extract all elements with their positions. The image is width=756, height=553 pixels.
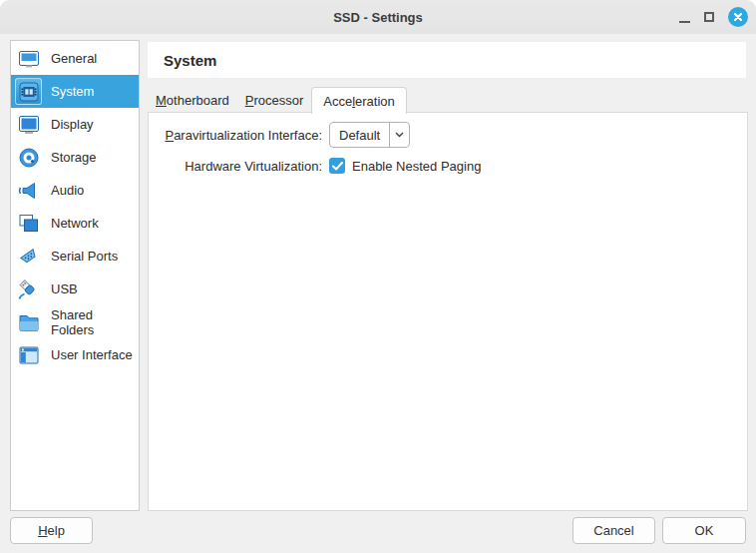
serial-ports-icon bbox=[15, 243, 42, 270]
paravirtualization-value: Default bbox=[330, 123, 389, 147]
sidebar-item-label: Network bbox=[51, 216, 99, 231]
tab-processor[interactable]: Processor bbox=[237, 87, 312, 113]
sidebar-item-label: Display bbox=[51, 117, 94, 132]
sidebar-item-network[interactable]: Network bbox=[11, 207, 139, 240]
usb-icon bbox=[15, 276, 42, 302]
system-icon bbox=[15, 78, 42, 105]
sidebar-item-label: General bbox=[51, 51, 97, 66]
paravirtualization-label: Paravirtualization Interface: bbox=[149, 128, 322, 143]
help-button[interactable]: Help bbox=[10, 517, 93, 544]
titlebar: SSD - Settings bbox=[0, 0, 756, 34]
audio-icon bbox=[15, 177, 42, 204]
sidebar-item-audio[interactable]: Audio bbox=[11, 174, 139, 207]
tab-acceleration[interactable]: Acceleration bbox=[311, 87, 407, 114]
sidebar-item-system[interactable]: System bbox=[11, 75, 139, 108]
sidebar-item-general[interactable]: General bbox=[11, 42, 139, 75]
sidebar-item-label: User Interface bbox=[51, 347, 133, 362]
cancel-button[interactable]: Cancel bbox=[572, 517, 655, 544]
sidebar-item-label: System bbox=[51, 84, 94, 99]
hardware-virtualization-row: Hardware Virtualization: Enable Nested P… bbox=[149, 158, 747, 174]
window-title: SSD - Settings bbox=[333, 10, 423, 25]
nested-paging-checkbox[interactable] bbox=[329, 158, 345, 174]
storage-icon bbox=[15, 144, 42, 171]
close-icon[interactable] bbox=[728, 7, 748, 27]
tab-motherboard[interactable]: Motherboard bbox=[148, 87, 237, 113]
sidebar-item-label: Audio bbox=[51, 183, 84, 198]
paravirtualization-row: Paravirtualization Interface: Default bbox=[149, 122, 747, 148]
sidebar-item-storage[interactable]: Storage bbox=[11, 141, 139, 174]
settings-category-list: General System Display Storage bbox=[10, 40, 140, 511]
general-icon bbox=[15, 45, 42, 72]
sidebar-item-label: Serial Ports bbox=[51, 249, 118, 264]
sidebar-item-shared-folders[interactable]: Shared Folders bbox=[11, 305, 139, 338]
page-title: System bbox=[164, 52, 216, 69]
footer-actions: Cancel OK bbox=[572, 517, 746, 544]
nested-paging-label[interactable]: Enable Nested Paging bbox=[352, 159, 481, 174]
window-controls bbox=[679, 0, 748, 34]
system-tabs: Motherboard Processor Acceleration bbox=[148, 86, 748, 113]
sidebar-item-user-interface[interactable]: User Interface bbox=[11, 338, 139, 371]
sidebar-item-usb[interactable]: USB bbox=[11, 273, 139, 305]
sidebar-item-label: Shared Folders bbox=[51, 307, 139, 337]
sidebar-item-label: Storage bbox=[51, 150, 97, 165]
acceleration-panel: Paravirtualization Interface: Default Ha… bbox=[148, 112, 748, 511]
hardware-virtualization-label: Hardware Virtualization: bbox=[149, 159, 322, 174]
chevron-down-icon bbox=[389, 123, 409, 147]
sidebar-item-serial-ports[interactable]: Serial Ports bbox=[11, 240, 139, 273]
shared-folders-icon bbox=[15, 308, 42, 335]
sidebar-item-label: USB bbox=[51, 281, 78, 296]
user-interface-icon bbox=[15, 341, 42, 368]
acceleration-form: Paravirtualization Interface: Default Ha… bbox=[149, 113, 747, 174]
network-icon bbox=[15, 210, 42, 237]
ok-button[interactable]: OK bbox=[662, 517, 746, 544]
display-icon bbox=[15, 111, 42, 138]
maximize-icon[interactable] bbox=[704, 12, 714, 22]
page-header: System bbox=[148, 42, 746, 78]
sidebar-item-display[interactable]: Display bbox=[11, 108, 139, 141]
paravirtualization-dropdown[interactable]: Default bbox=[329, 122, 410, 148]
minimize-icon[interactable] bbox=[679, 21, 690, 23]
settings-window: SSD - Settings General bbox=[0, 0, 756, 553]
